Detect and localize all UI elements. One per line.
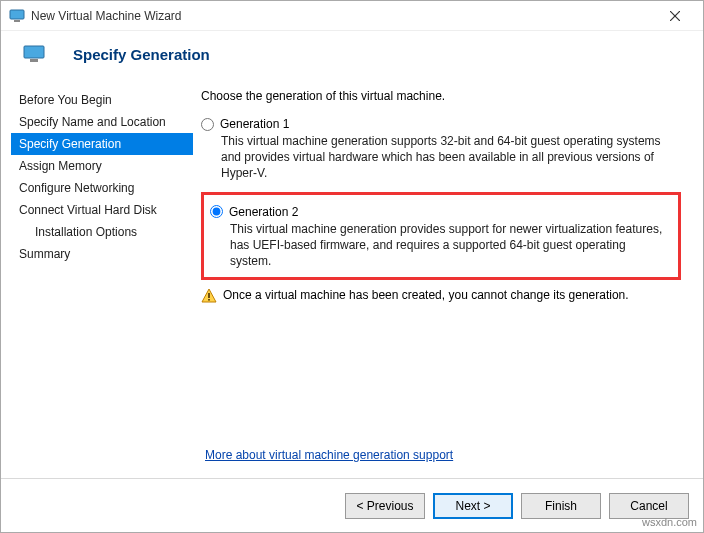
cancel-button[interactable]: Cancel [609,493,689,519]
help-link-area: More about virtual machine generation su… [205,448,453,462]
sidebar-item[interactable]: Specify Generation [11,133,193,155]
generation-2-description: This virtual machine generation provides… [230,221,670,270]
sidebar-item[interactable]: Specify Name and Location [11,111,193,133]
next-button[interactable]: Next > [433,493,513,519]
wizard-icon [9,8,25,24]
generation-1-label: Generation 1 [220,117,289,131]
header: Specify Generation [1,31,703,63]
svg-rect-4 [24,46,44,58]
page-title: Specify Generation [73,46,210,63]
sidebar-item[interactable]: Assign Memory [11,155,193,177]
previous-button[interactable]: < Previous [345,493,425,519]
help-link[interactable]: More about virtual machine generation su… [205,448,453,462]
svg-rect-0 [10,10,24,19]
generation-2-label: Generation 2 [229,205,298,219]
body: Before You BeginSpecify Name and Locatio… [1,63,703,478]
watermark: wsxdn.com [642,516,697,528]
svg-rect-8 [208,299,210,301]
close-icon [670,11,680,21]
window-title: New Virtual Machine Wizard [31,9,655,23]
sidebar-item[interactable]: Installation Options [11,221,193,243]
header-icon [23,45,45,63]
svg-rect-1 [14,20,20,22]
generation-1-radio[interactable] [201,118,214,131]
warning-icon [201,288,217,304]
svg-rect-7 [208,293,210,298]
content: Choose the generation of this virtual ma… [193,89,703,478]
wizard-window: New Virtual Machine Wizard Specify Gener… [0,0,704,533]
warning-text: Once a virtual machine has been created,… [223,288,629,302]
sidebar-item[interactable]: Summary [11,243,193,265]
finish-button[interactable]: Finish [521,493,601,519]
sidebar-item[interactable]: Before You Begin [11,89,193,111]
generation-2-option[interactable]: Generation 2 [210,205,670,219]
sidebar: Before You BeginSpecify Name and Locatio… [1,89,193,478]
titlebar: New Virtual Machine Wizard [1,1,703,31]
sidebar-item[interactable]: Configure Networking [11,177,193,199]
close-button[interactable] [655,2,695,30]
generation-1-option[interactable]: Generation 1 [201,117,681,131]
generation-2-radio[interactable] [210,205,223,218]
footer: < Previous Next > Finish Cancel [1,478,703,532]
svg-rect-5 [30,59,38,62]
generation-1-description: This virtual machine generation supports… [221,133,681,182]
generation-2-block: Generation 2 This virtual machine genera… [201,192,681,281]
intro-text: Choose the generation of this virtual ma… [201,89,681,103]
warning-row: Once a virtual machine has been created,… [201,288,681,304]
sidebar-item[interactable]: Connect Virtual Hard Disk [11,199,193,221]
